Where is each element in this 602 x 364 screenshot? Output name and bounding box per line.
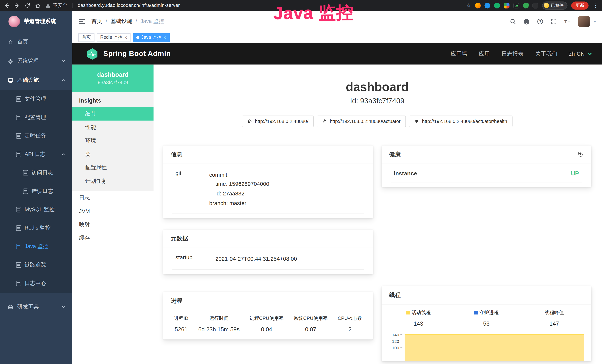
address-bar-url[interactable]: dashboard.yudao.iocoder.cn/infra/admin-s…	[78, 3, 180, 8]
sba-instance-block[interactable]: dashboard 93a3fc7f7409	[72, 64, 153, 92]
sba-menu-metrics[interactable]: 性能	[72, 120, 153, 134]
caret-down-icon[interactable]: ▾	[594, 20, 596, 24]
chevron-up-icon	[61, 78, 65, 82]
profile-paused-badge[interactable]: 已暂停	[542, 1, 568, 9]
sidebar-item-tracing[interactable]: 链路追踪	[0, 256, 72, 274]
sba-menu-jvm[interactable]: JVM	[72, 204, 153, 218]
sba-menu-logs[interactable]: 日志	[72, 191, 153, 204]
sidebar-item-label: 定时任务	[25, 132, 46, 139]
metadata-value: 2021-04-27T00:44:31.254+08:00	[215, 254, 297, 264]
sidebar-item-label: 首页	[17, 38, 28, 45]
sba-brand[interactable]: Spring Boot Admin	[86, 47, 171, 60]
sidebar-item-home[interactable]: 首页	[0, 32, 72, 52]
forward-icon[interactable]	[14, 2, 20, 8]
legend-value: 53	[452, 320, 520, 327]
extension-icon[interactable]	[523, 2, 528, 8]
sidebar-item-api-logs[interactable]: API 日志	[0, 145, 72, 163]
sidebar-item-access-logs[interactable]: 访问日志	[0, 163, 72, 182]
sidebar-item-mysql-monitor[interactable]: MySQL 监控	[0, 201, 72, 219]
sidebar-item-dev-tools[interactable]: 研发工具	[0, 297, 72, 317]
sba-menu-environment[interactable]: 环境	[72, 134, 153, 147]
y-tick-label: 140	[392, 332, 399, 337]
instance-url-button[interactable]: http://192.168.0.2:48080/	[242, 116, 314, 127]
sidebar-item-scheduled-jobs[interactable]: 定时任务	[0, 127, 72, 145]
close-icon[interactable]: ×	[163, 35, 166, 40]
reload-icon[interactable]	[25, 2, 30, 8]
chart-plot-area	[404, 332, 584, 361]
hamburger-icon[interactable]	[78, 18, 85, 24]
sba-nav-journal[interactable]: 日志报表	[501, 50, 524, 57]
sidebar-item-system[interactable]: 系统管理	[0, 51, 72, 71]
sidebar-item-infrastructure[interactable]: 基础设施	[0, 71, 72, 90]
monitor-icon	[8, 77, 13, 83]
back-icon[interactable]	[4, 2, 10, 8]
legend-swatch-yellow	[406, 311, 410, 315]
sba-menu-configprops[interactable]: 配置属性	[72, 161, 153, 174]
stat-value: 0.07	[294, 326, 328, 332]
card-title: 信息	[171, 151, 183, 158]
app-logo[interactable]: 芋道管理系统	[0, 11, 72, 32]
tab-java-monitor[interactable]: Java 监控 ×	[133, 33, 170, 42]
bookmark-star-icon[interactable]: ☆	[466, 3, 471, 8]
sidebar-item-config-management[interactable]: 配置管理	[0, 108, 72, 127]
info-line: branch: master	[209, 198, 269, 208]
sba-menu-mappings[interactable]: 映射	[72, 218, 153, 231]
sba-nav-applications-wall[interactable]: 应用墙	[451, 50, 467, 57]
sidebar-item-log-center[interactable]: 日志中心	[0, 274, 72, 293]
y-tick-label: 120	[392, 339, 399, 344]
extension-icon[interactable]: on	[513, 2, 519, 8]
tab-redis-monitor[interactable]: Redis 监控 ×	[97, 33, 130, 42]
timer-icon	[16, 133, 21, 139]
tab-home[interactable]: 首页	[78, 33, 94, 42]
fullscreen-icon[interactable]	[550, 18, 557, 24]
extension-on-label: on	[515, 4, 518, 7]
search-icon[interactable]	[510, 18, 516, 24]
legend-label: 活动线程	[412, 310, 431, 316]
extension-icon[interactable]	[484, 2, 490, 8]
health-url-button[interactable]: http://192.168.0.2:48080/actuator/health	[409, 116, 513, 127]
app-logo-avatar	[9, 16, 20, 27]
help-icon[interactable]: ?	[537, 18, 543, 24]
java-monitor-icon	[16, 244, 21, 249]
sba-menu-scheduled-tasks[interactable]: 计划任务	[72, 174, 153, 188]
close-icon[interactable]: ×	[124, 35, 127, 40]
page-subtitle: Id: 93a3fc7f7409	[163, 96, 591, 105]
browser-update-button[interactable]: 更新	[571, 1, 589, 9]
extension-icon[interactable]	[494, 2, 500, 8]
stat-value: 5261	[174, 326, 188, 332]
home-icon[interactable]	[35, 2, 41, 8]
gear-icon	[8, 58, 13, 64]
wrench-icon	[322, 119, 327, 124]
github-icon[interactable]	[523, 18, 530, 25]
sidebar-item-file-management[interactable]: 文件管理	[0, 90, 72, 108]
sba-menu-details[interactable]: 细节	[72, 107, 153, 120]
chart-y-axis: 140 120 100	[385, 332, 404, 361]
actuator-url: http://192.168.0.2:48080/actuator	[330, 118, 400, 124]
screen: 不安全 dashboard.yudao.iocoder.cn/infra/adm…	[0, 0, 602, 364]
browser-menu-icon[interactable]: ⋮	[593, 3, 598, 8]
chevron-down-icon	[61, 59, 65, 63]
sba-group-label: Insights	[72, 92, 153, 107]
sidebar-item-java-monitor[interactable]: Java 监控	[0, 237, 72, 256]
sba-menu-caches[interactable]: 缓存	[72, 231, 153, 245]
actuator-url-button[interactable]: http://192.168.0.2:48080/actuator	[317, 116, 406, 127]
extensions-puzzle-icon[interactable]	[532, 2, 538, 8]
extension-icon[interactable]	[504, 2, 509, 8]
sba-locale-select[interactable]: zh-CN	[569, 51, 592, 57]
site-security[interactable]: 不安全 dashboard.yudao.iocoder.cn/infra/adm…	[45, 2, 180, 9]
breadcrumb-item[interactable]: 首页	[91, 18, 102, 25]
sba-nav-about[interactable]: 关于我们	[535, 50, 557, 57]
extension-icon[interactable]	[475, 2, 481, 8]
sidebar-item-redis-monitor[interactable]: Redis 监控	[0, 219, 72, 237]
sidebar-item-error-logs[interactable]: 错误日志	[0, 182, 72, 201]
sba-menu-classes[interactable]: 类	[72, 147, 153, 161]
font-size-icon[interactable]: TT	[564, 19, 571, 24]
sba-content: dashboard Id: 93a3fc7f7409 http://192.16…	[153, 64, 602, 364]
home-icon	[8, 39, 13, 45]
user-avatar[interactable]	[578, 16, 590, 27]
breadcrumb-item[interactable]: 基础设施	[110, 18, 132, 25]
sidebar-item-label: Redis 监控	[25, 225, 51, 231]
history-icon[interactable]	[577, 152, 583, 157]
sba-nav-applications[interactable]: 应用	[479, 50, 490, 57]
app-title: 芋道管理系统	[24, 18, 56, 25]
